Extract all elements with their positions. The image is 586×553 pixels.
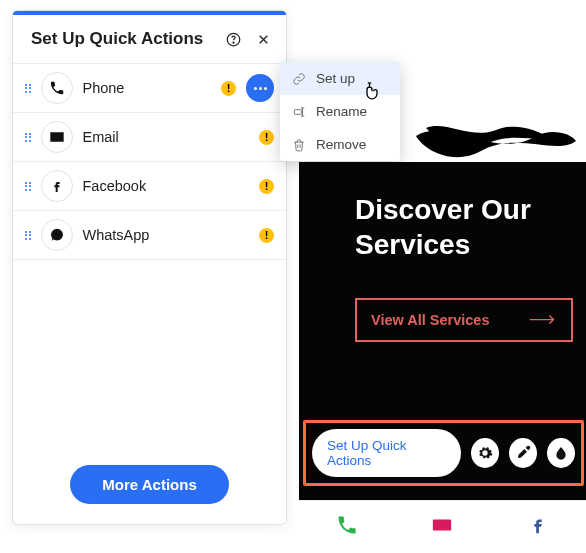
gear-icon (477, 445, 493, 461)
panel-header-icons (226, 32, 270, 47)
context-remove[interactable]: Remove (280, 128, 400, 161)
close-icon[interactable] (257, 32, 270, 47)
panel-title: Set Up Quick Actions (31, 29, 203, 49)
arrow-right-icon (529, 314, 557, 325)
list-item[interactable]: Facebook ! (13, 162, 286, 211)
hero-section: Discover Our Services View All Services … (299, 162, 586, 500)
context-remove-label: Remove (316, 137, 366, 152)
qa-phone-button[interactable] (336, 514, 358, 540)
svg-rect-3 (294, 109, 301, 114)
warning-badge-icon: ! (221, 81, 236, 96)
phone-icon (41, 72, 73, 104)
hero-heading: Discover Our Services (355, 192, 566, 262)
row-menu-button[interactable] (246, 74, 274, 102)
quick-actions-bar (299, 500, 586, 552)
decorative-brush-icon (411, 108, 581, 164)
view-all-label: View All Services (371, 312, 490, 328)
drag-handle-icon[interactable] (25, 231, 31, 240)
warning-badge-icon: ! (259, 179, 274, 194)
list-item[interactable]: WhatsApp ! (13, 211, 286, 260)
context-setup[interactable]: Set up (280, 62, 400, 95)
quick-actions-panel: Set Up Quick Actions Phone ! Email (12, 10, 287, 525)
email-icon (431, 514, 453, 536)
design-tool[interactable] (509, 438, 537, 468)
warning-badge-icon: ! (259, 228, 274, 243)
list-item[interactable]: Phone ! (13, 64, 286, 113)
view-all-services-button[interactable]: View All Services (355, 298, 573, 342)
context-rename[interactable]: Rename (280, 95, 400, 128)
phone-icon (336, 514, 358, 536)
panel-footer: More Actions (13, 445, 286, 524)
list-item[interactable]: Email ! (13, 113, 286, 162)
cursor-icon (362, 82, 382, 108)
qa-facebook-button[interactable] (527, 514, 549, 540)
quick-actions-toolbar: Set Up Quick Actions (303, 420, 584, 486)
warning-badge-icon: ! (259, 130, 274, 145)
qa-email-button[interactable] (431, 514, 453, 540)
panel-header: Set Up Quick Actions (13, 15, 286, 64)
droplet-icon (553, 445, 569, 461)
drag-handle-icon[interactable] (25, 133, 31, 142)
email-icon (41, 121, 73, 153)
drag-handle-icon[interactable] (25, 182, 31, 191)
setup-quick-actions-pill[interactable]: Set Up Quick Actions (312, 429, 461, 477)
context-setup-label: Set up (316, 71, 355, 86)
action-label: Facebook (83, 178, 250, 194)
context-menu: Set up Rename Remove (280, 62, 400, 161)
more-actions-button[interactable]: More Actions (70, 465, 228, 504)
color-tool[interactable] (547, 438, 575, 468)
brush-icon (515, 445, 531, 461)
action-list: Phone ! Email ! Facebook ! WhatsAp (13, 64, 286, 445)
settings-tool[interactable] (471, 438, 499, 468)
context-rename-label: Rename (316, 104, 367, 119)
drag-handle-icon[interactable] (25, 84, 31, 93)
facebook-icon (41, 170, 73, 202)
facebook-icon (527, 514, 549, 536)
help-icon[interactable] (226, 32, 241, 47)
action-label: WhatsApp (83, 227, 250, 243)
whatsapp-icon (41, 219, 73, 251)
action-label: Email (83, 129, 250, 145)
svg-point-1 (233, 42, 234, 43)
action-label: Phone (83, 80, 212, 96)
